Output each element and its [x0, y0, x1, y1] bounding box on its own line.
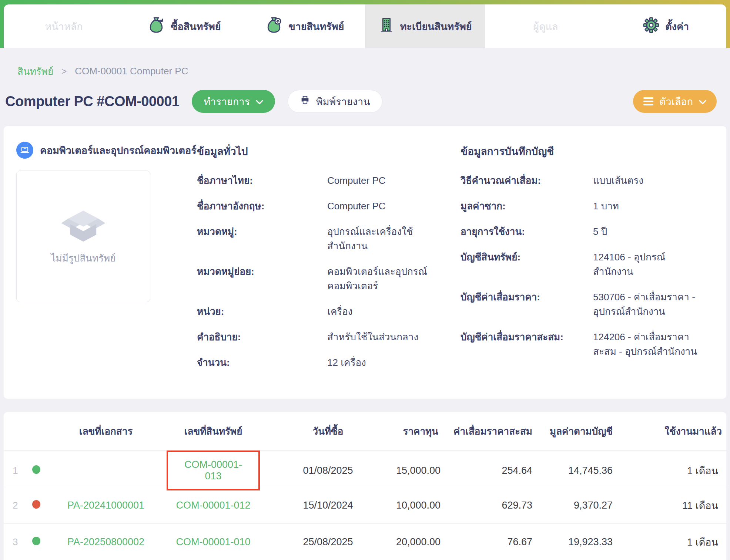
money-bag-buy-icon [148, 17, 165, 36]
tab-home[interactable]: หน้าหลัก [4, 4, 124, 48]
asset-link[interactable]: COM-00001-013 [184, 459, 242, 482]
field-accum-depreciation-account: บัญชีค่าเสื่อมราคาสะสม: 124206 - ค่าเสื่… [461, 330, 714, 359]
tab-settings[interactable]: ตั้งค่า [606, 4, 726, 48]
chevron-down-icon [256, 96, 263, 107]
tab-sell-assets-label: ขายสินทรัพย์ [288, 18, 344, 34]
money-bag-sell-icon [265, 17, 282, 36]
status-dot [32, 537, 40, 545]
col-cost: ราคาทุน [395, 424, 443, 439]
red-annotation-box: COM-00001-013 [167, 451, 260, 490]
tab-admin-label: ผู้ดูแล [533, 18, 558, 34]
asset-link[interactable]: COM-00001-012 [176, 500, 250, 511]
page-header: Computer PC #COM-00001 ทำรายการ พิมพ์ราย… [0, 79, 730, 113]
col-purchase-date: วันที่ซื้อ [261, 424, 395, 439]
field-asset-account: บัญชีสินทรัพย์: 124106 - อุปกรณ์สำนักงาน [461, 250, 714, 279]
tab-home-label: หน้าหลัก [45, 18, 83, 34]
top-gradient-bar: หน้าหลัก ซื้อสินทรัพย์ ขายส [0, 0, 730, 48]
chevron-down-icon [699, 96, 706, 107]
purchase-date: 01/08/2025 [261, 465, 395, 476]
col-doc-no: เลขที่เอกสาร [47, 424, 165, 439]
book-value: 14,745.36 [537, 465, 617, 476]
field-unit: หน่วย: เครื่อง [197, 304, 461, 319]
tab-asset-register[interactable]: ทะเบียนสินทรัพย์ [365, 4, 485, 48]
table-header-row: เลขที่เอกสาร เลขที่สินทรัพย์ วันที่ซื้อ … [4, 412, 726, 451]
purchase-date: 15/10/2024 [261, 500, 395, 511]
print-report-label: พิมพ์รายงาน [316, 94, 370, 109]
col-age: ใช้งานมาแล้ว [617, 424, 726, 439]
age: 11 เดือน [617, 497, 726, 513]
field-english-name: ชื่อภาษาอังกฤษ: Computer PC [197, 199, 461, 213]
document-link[interactable]: PA-20241000001 [67, 500, 144, 511]
table-row: 2 PA-20241000001 COM-00001-012 15/10/202… [4, 487, 726, 524]
general-info-heading: ข้อมูลทั่วไป [197, 143, 461, 159]
cost: 15,000.00 [395, 465, 443, 476]
field-useful-life: อายุการใช้งาน: 5 ปี [461, 225, 714, 239]
tab-buy-assets-label: ซื้อสินทรัพย์ [171, 18, 221, 34]
asset-image-placeholder: ไม่มีรูปสินทรัพย์ [16, 171, 150, 302]
gear-icon [643, 17, 659, 36]
col-book-value: มูลค่าตามบัญชี [537, 424, 617, 439]
accounting-info-section: ข้อมูลการบันทึกบัญชี วิธีคำนวณค่าเสื่อม:… [461, 142, 714, 381]
breadcrumb-assets-link[interactable]: สินทรัพย์ [17, 64, 53, 79]
status-dot [32, 500, 40, 509]
cost: 10,000.00 [395, 500, 443, 511]
field-category: หมวดหมู่: อุปกรณ์และเครื่องใช้สำนักงาน [197, 225, 461, 253]
age: 1 เดือน [617, 534, 726, 550]
field-thai-name: ชื่อภาษาไทย: Computer PC [197, 173, 461, 188]
page-title: Computer PC #COM-00001 [5, 94, 179, 109]
building-icon [379, 17, 394, 36]
field-subcategory: หมวดหมู่ย่อย: คอมพิวเตอร์และอุปกรณ์ คอมพ… [197, 264, 461, 293]
sub-asset-table: เลขที่เอกสาร เลขที่สินทรัพย์ วันที่ซื้อ … [4, 412, 726, 560]
asset-link[interactable]: COM-00001-010 [176, 536, 250, 547]
col-asset-no: เลขที่สินทรัพย์ [165, 424, 261, 439]
options-button-label: ตัวเลือก [659, 94, 693, 109]
table-row: 3 PA-20250800002 COM-00001-010 25/08/202… [4, 524, 726, 560]
asset-image-column: คอมพิวเตอร์และอุปกรณ์คอมพิวเตอร์ ไม่มีรู… [16, 142, 197, 381]
transaction-button-label: ทำรายการ [204, 94, 250, 109]
breadcrumb: สินทรัพย์ > COM-00001 Computer PC [0, 48, 730, 79]
asset-info-card: คอมพิวเตอร์และอุปกรณ์คอมพิวเตอร์ ไม่มีรู… [4, 126, 726, 399]
options-button[interactable]: ตัวเลือก [633, 90, 717, 113]
print-report-button[interactable]: พิมพ์รายงาน [288, 90, 382, 113]
accum-depreciation: 254.64 [443, 465, 537, 476]
purchase-date: 25/08/2025 [261, 536, 395, 548]
tab-settings-label: ตั้งค่า [665, 18, 689, 34]
printer-icon [300, 95, 310, 108]
breadcrumb-current: COM-00001 Computer PC [75, 65, 188, 77]
general-info-section: ข้อมูลทั่วไป ชื่อภาษาไทย: Computer PC ชื… [197, 142, 461, 381]
breadcrumb-separator: > [61, 66, 67, 77]
table-row: 1 COM-00001-013 01/08/2025 15,000.00 254… [4, 451, 726, 487]
tab-asset-register-label: ทะเบียนสินทรัพย์ [400, 18, 472, 34]
tab-buy-assets[interactable]: ซื้อสินทรัพย์ [124, 4, 244, 48]
asset-category: คอมพิวเตอร์และอุปกรณ์คอมพิวเตอร์ [16, 142, 197, 159]
book-value: 19,923.33 [537, 536, 617, 548]
age: 1 เดือน [617, 463, 726, 479]
empty-box-icon [59, 207, 107, 247]
status-dot [32, 465, 40, 474]
field-depreciation-account: บัญชีค่าเสื่อมราคา: 530706 - ค่าเสื่อมรา… [461, 290, 714, 319]
accum-depreciation: 629.73 [443, 500, 537, 511]
tab-sell-assets[interactable]: ขายสินทรัพย์ [245, 4, 365, 48]
accounting-info-heading: ข้อมูลการบันทึกบัญชี [461, 143, 714, 159]
document-link[interactable]: PA-20250800002 [67, 536, 144, 547]
tab-admin[interactable]: ผู้ดูแล [485, 4, 606, 48]
field-depreciation-method: วิธีคำนวณค่าเสื่อม: แบบเส้นตรง [461, 173, 714, 188]
field-salvage-value: มูลค่าซาก: 1 บาท [461, 199, 714, 213]
main-nav: หน้าหลัก ซื้อสินทรัพย์ ขายส [4, 4, 726, 48]
field-description: คำอธิบาย: สำหรับใช้ในส่วนกลาง [197, 330, 461, 344]
transaction-button[interactable]: ทำรายการ [192, 90, 275, 113]
cost: 20,000.00 [395, 536, 443, 548]
col-accum-depreciation: ค่าเสื่อมราคาสะสม [443, 424, 537, 439]
menu-icon [643, 97, 653, 105]
book-value: 9,370.27 [537, 500, 617, 511]
no-image-label: ไม่มีรูปสินทรัพย์ [51, 250, 116, 266]
computer-category-icon [16, 142, 33, 159]
field-quantity: จำนวน: 12 เครื่อง [197, 355, 461, 370]
accum-depreciation: 76.67 [443, 536, 537, 548]
asset-category-label: คอมพิวเตอร์และอุปกรณ์คอมพิวเตอร์ [40, 142, 197, 158]
